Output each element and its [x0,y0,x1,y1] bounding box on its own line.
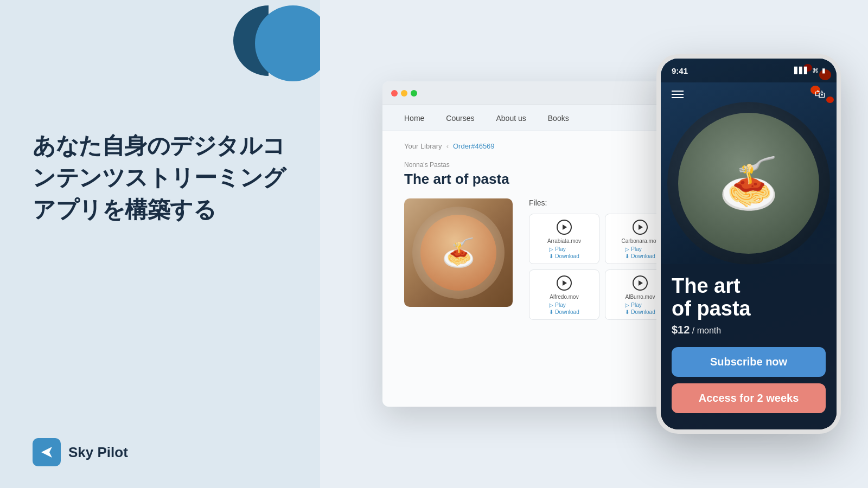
mobile-status-bar: 9:41 ▋▋▋ ⌘ ▮ [661,59,837,82]
mobile-title-line1: The art [672,275,826,298]
mobile-time: 9:41 [672,66,688,75]
file-item: Arrabiata.mov ▷ Play ⬇ Download [529,214,599,264]
signal-icon: ▋▋▋ [794,67,809,74]
browser-dot-green[interactable] [411,90,417,97]
file-download-link-3[interactable]: ⬇ Download [549,309,579,315]
browser-dots [391,90,417,97]
file-download-link-4[interactable]: ⬇ Download [625,309,655,315]
mobile-price-value: $12 [672,324,690,336]
brand-name: Sky Pilot [68,444,128,461]
browser-dot-yellow[interactable] [401,90,407,97]
file-download-link-0[interactable]: ⬇ Download [549,253,579,259]
file-play-link-0[interactable]: ▷ Play [549,246,565,252]
decorative-circles [212,0,320,87]
left-panel: あなた自身のデジタルコンテンツストリーミングアプリを構築する Sky Pilot [0,0,320,488]
pasta-inner: 🍝 [420,215,496,291]
mobile-mockup: 🍝 9:41 ▋▋▋ ⌘ ▮ [656,54,841,434]
mobile-overlay: The art of pasta $12 / month Subscribe n… [661,264,837,429]
mobile-plate-outer: 🍝 [667,102,830,265]
file-play-link-4[interactable]: ▷ Play [625,302,641,308]
hamburger-line-1 [672,91,684,92]
circle-blue [255,5,331,81]
page-wrapper: あなた自身のデジタルコンテンツストリーミングアプリを構築する Sky Pilot [0,0,868,488]
breadcrumb-separator: ‹ [446,142,449,150]
file-name-1: Carbonara.mov [622,238,659,244]
hamburger-line-2 [672,94,684,95]
main-headline: あなた自身のデジタルコンテンツストリーミングアプリを構築する [33,130,293,226]
file-download-link-1[interactable]: ⬇ Download [625,253,655,259]
file-name-3: Alfredo.mov [550,294,578,300]
mobile-header: 🛍 [661,82,837,106]
file-item: Alfredo.mov ▷ Play ⬇ Download [529,269,599,320]
file-actions-1: ▷ Play ⬇ Download [625,246,655,259]
battery-icon: ▮ [822,67,826,74]
hamburger-menu[interactable] [672,91,684,98]
file-actions-3: ▷ Play ⬇ Download [549,302,579,315]
browser-dot-red[interactable] [391,90,398,97]
file-name-0: Arrabiata.mov [547,238,581,244]
right-panel: Home Courses About us Books Your Library… [320,0,868,488]
brand-icon [33,438,61,466]
mobile-product-title: The art of pasta [672,275,826,320]
file-actions-4: ▷ Play ⬇ Download [625,302,655,315]
mobile-status-icons: ▋▋▋ ⌘ ▮ [794,67,826,74]
file-play-icon-1[interactable] [633,220,648,235]
file-play-icon-3[interactable] [557,275,572,291]
file-play-link-3[interactable]: ▷ Play [549,302,565,308]
pasta-visual: 🍝 [404,198,513,307]
mobile-title-line2: of pasta [672,298,826,320]
nav-books[interactable]: Books [548,112,569,125]
hamburger-line-3 [672,97,684,98]
file-play-icon-4[interactable] [633,275,648,291]
nav-home[interactable]: Home [404,112,424,125]
file-actions-0: ▷ Play ⬇ Download [549,246,579,259]
brand-logo: Sky Pilot [33,438,293,466]
pasta-plate: 🍝 [412,207,505,299]
file-name-4: AlBurro.mov [625,294,655,300]
nav-courses[interactable]: Courses [446,112,474,125]
mobile-subscribe-button[interactable]: Subscribe now [672,347,826,377]
breadcrumb-parent[interactable]: Your Library [404,142,442,150]
file-play-link-1[interactable]: ▷ Play [625,246,641,252]
plane-icon [39,444,55,460]
file-play-icon-0[interactable] [557,220,572,235]
cart-icon[interactable]: 🛍 [815,88,826,100]
mobile-plate-inner: 🍝 [678,113,819,254]
mobile-hero: 🍝 9:41 ▋▋▋ ⌘ ▮ [661,59,837,429]
nav-about[interactable]: About us [496,112,526,125]
breadcrumb-current[interactable]: Order#46569 [453,142,495,150]
mobile-price: $12 / month [672,324,826,336]
mobile-price-unit: / month [692,326,721,335]
product-image: 🍝 [404,198,513,307]
mobile-access-button[interactable]: Access for 2 weeks [672,383,826,413]
wifi-icon: ⌘ [812,67,819,74]
